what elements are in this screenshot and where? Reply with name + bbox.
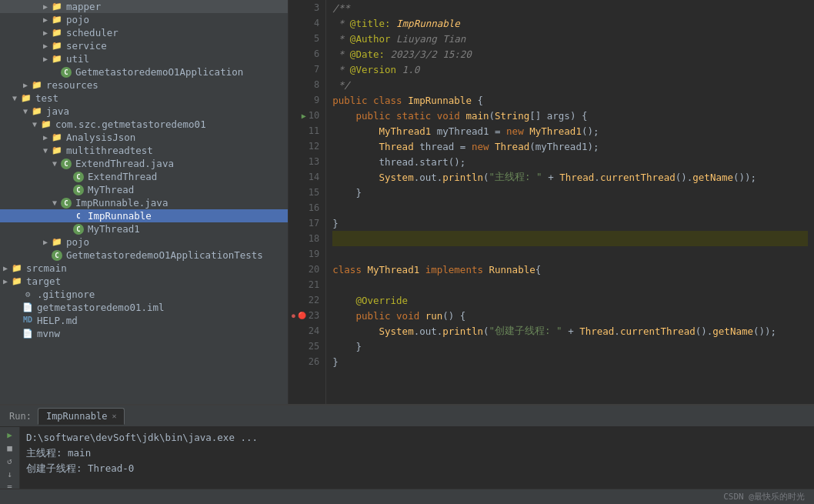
class-icon: C xyxy=(60,67,72,78)
folder-icon: 📁 xyxy=(40,119,52,130)
ln-5: 5 xyxy=(292,31,319,46)
tree-extendthread-java[interactable]: ▼ C ExtendThread.java xyxy=(0,157,288,170)
tree-srcmain[interactable]: ▶ 📁 srcmain xyxy=(0,262,288,275)
tree-multithreadtest[interactable]: ▼ 📁 multithreadtest xyxy=(0,144,288,157)
folder-icon: 📁 xyxy=(31,80,43,91)
file-icon: ⚙ xyxy=(22,289,34,300)
folder-icon: 📁 xyxy=(51,132,63,143)
tree-java-test[interactable]: ▼ 📁 java xyxy=(0,105,288,118)
code-line-10: public static void main(String[] args) { xyxy=(332,108,808,123)
run-button[interactable]: ▶ xyxy=(3,430,17,440)
tree-extendthread[interactable]: C ExtendThread xyxy=(0,170,288,183)
code-line-24: System.out.println("创建子线程: " + Thread.cu… xyxy=(332,323,808,339)
tree-analysisjson[interactable]: ▶ 📁 AnalysisJson xyxy=(0,131,288,144)
folder-icon: 📁 xyxy=(11,276,23,287)
tree-service[interactable]: ▶ 📁 service xyxy=(0,39,288,52)
code-line-9: public class ImpRunnable { xyxy=(332,92,808,108)
expand-arrow: ▼ xyxy=(20,107,31,115)
expand-arrow: ▶ xyxy=(20,81,31,89)
expand-arrow: ▶ xyxy=(40,2,51,11)
code-line-7: * @Version 1.0 xyxy=(332,62,808,77)
expand-arrow: ▶ xyxy=(40,15,51,24)
code-content[interactable]: /** * @title: ImpRunnable * @Author Liuy… xyxy=(326,0,814,404)
tree-pojo[interactable]: ▶ 📁 pojo xyxy=(0,13,288,26)
expand-arrow: ▶ xyxy=(0,264,11,272)
settings-button[interactable]: ≡ xyxy=(3,482,17,489)
terminal-footer: CSDN @最快乐的时光 xyxy=(0,489,814,504)
ln-9: 9 xyxy=(292,92,319,108)
code-line-23: public void run() { xyxy=(332,308,808,323)
stop-button[interactable]: ■ xyxy=(3,443,17,453)
tree-mvnw[interactable]: 📄 mvnw xyxy=(0,327,288,340)
tree-gitignore[interactable]: ⚙ .gitignore xyxy=(0,288,288,301)
tree-app-class[interactable]: C GetmetastoredemoO1Application xyxy=(0,65,288,78)
ln-8: 8 xyxy=(292,77,319,92)
ln-23: ●🔴23 xyxy=(292,308,319,323)
tree-imprunnable[interactable]: C ImpRunnable xyxy=(0,209,288,222)
code-line-25: } xyxy=(332,339,808,354)
ln-4: 4 xyxy=(292,15,319,31)
tree-iml[interactable]: 📄 getmetastoredemo01.iml xyxy=(0,301,288,314)
folder-icon: 📁 xyxy=(51,145,63,156)
md-icon: MD xyxy=(22,315,34,326)
class-icon: C xyxy=(72,185,85,195)
main-area: ▶ 📁 mapper ▶ 📁 pojo ▶ 📁 scheduler ▶ 📁 se… xyxy=(0,0,814,404)
tree-pojo-test[interactable]: ▶ 📁 pojo xyxy=(0,235,288,249)
ln-6: 6 xyxy=(292,46,319,62)
code-line-14: System.out.println("主线程: " + Thread.curr… xyxy=(332,169,808,185)
code-area: 3 4 5 6 7 8 9 ▶10 11 12 13 14 15 16 17 1… xyxy=(289,0,814,404)
expand-arrow: ▶ xyxy=(40,55,51,63)
tree-mythread1[interactable]: C MyThread1 xyxy=(0,222,288,235)
tree-target[interactable]: ▶ 📁 target xyxy=(0,275,288,288)
file-icon: 📄 xyxy=(22,302,34,313)
expand-arrow: ▶ xyxy=(40,42,51,50)
tree-com-szc[interactable]: ▼ 📁 com.szc.getmetastoredemo01 xyxy=(0,118,288,131)
terminal-command-line: D:\software\devSoft\jdk\bin\java.exe ... xyxy=(26,430,808,446)
tree-imprunnable-java[interactable]: ▼ C ImpRunnable.java xyxy=(0,196,288,209)
code-editor[interactable]: 3 4 5 6 7 8 9 ▶10 11 12 13 14 15 16 17 1… xyxy=(289,0,814,404)
folder-icon: 📁 xyxy=(51,15,63,25)
code-line-13: thread.start(); xyxy=(332,154,808,169)
close-tab-icon[interactable]: ✕ xyxy=(112,412,116,420)
tree-mapper[interactable]: ▶ 📁 mapper xyxy=(0,0,288,13)
code-line-20: class MyThread1 implements Runnable{ xyxy=(332,262,808,277)
class-icon: C xyxy=(72,224,85,235)
code-line-15: } xyxy=(332,185,808,200)
tree-scheduler[interactable]: ▶ 📁 scheduler xyxy=(0,26,288,39)
terminal-output: D:\software\devSoft\jdk\bin\java.exe ...… xyxy=(20,427,814,489)
terminal-tab-imprunnable[interactable]: ImpRunnable ✕ xyxy=(38,408,125,425)
code-line-3: /** xyxy=(332,0,808,15)
ln-24: 24 xyxy=(292,323,319,339)
line-numbers: 3 4 5 6 7 8 9 ▶10 11 12 13 14 15 16 17 1… xyxy=(289,0,326,404)
code-line-16 xyxy=(332,200,808,215)
tree-util[interactable]: ▶ 📁 util xyxy=(0,52,288,65)
folder-icon: 📁 xyxy=(31,106,43,117)
folder-icon: 📁 xyxy=(51,28,63,38)
file-tree-sidebar: ▶ 📁 mapper ▶ 📁 pojo ▶ 📁 scheduler ▶ 📁 se… xyxy=(0,0,289,404)
folder-icon: 📁 xyxy=(51,54,63,65)
terminal-action-bar: ▶ ■ ↺ ↓ ≡ xyxy=(0,427,20,489)
code-line-21 xyxy=(332,277,808,292)
code-line-4: * @title: ImpRunnable xyxy=(332,15,808,31)
expand-arrow: ▶ xyxy=(0,277,11,285)
code-line-6: * @Date: 2023/3/2 15:20 xyxy=(332,46,808,62)
code-line-5: * @Author Liuyang Tian xyxy=(332,31,808,46)
tree-mythread[interactable]: C MyThread xyxy=(0,183,288,196)
scroll-down-button[interactable]: ↓ xyxy=(3,469,17,479)
tree-help[interactable]: MD HELP.md xyxy=(0,314,288,327)
rerun-button[interactable]: ↺ xyxy=(3,456,17,466)
code-line-18 xyxy=(332,231,808,246)
expand-arrow: ▶ xyxy=(40,133,51,142)
tree-getmetaTests[interactable]: C GetmetastoredemoO1ApplicationTests xyxy=(0,249,288,262)
class-icon: C xyxy=(51,250,63,261)
run-label: Run: xyxy=(3,411,38,422)
terminal-output-line-2: 创建子线程: Thread-0 xyxy=(26,461,808,476)
folder-icon: 📁 xyxy=(11,263,23,274)
ln-20: 20 xyxy=(292,262,319,277)
code-line-17: } xyxy=(332,215,808,231)
tree-resources[interactable]: ▶ 📁 resources xyxy=(0,78,288,92)
terminal-tab-bar: Run: ImpRunnable ✕ xyxy=(0,406,814,427)
class-icon: C xyxy=(72,172,85,182)
expand-arrow: ▼ xyxy=(49,159,60,168)
tree-test[interactable]: ▼ 📁 test xyxy=(0,92,288,105)
